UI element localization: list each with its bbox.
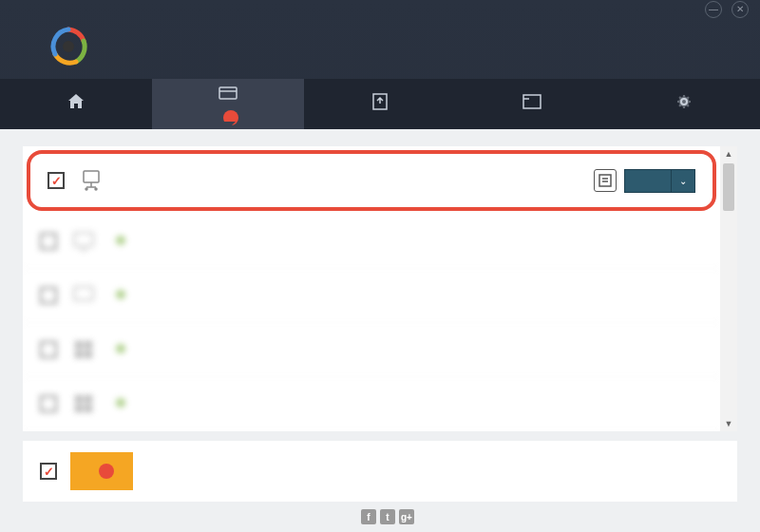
svg-rect-12 bbox=[74, 233, 93, 246]
update-button[interactable] bbox=[624, 169, 672, 193]
facebook-icon[interactable]: f bbox=[361, 509, 376, 524]
nav-updates-label bbox=[218, 110, 238, 125]
app-window: — ✕ bbox=[0, 0, 760, 532]
gear-icon bbox=[674, 91, 694, 112]
googleplus-icon[interactable]: g+ bbox=[399, 509, 414, 524]
header bbox=[0, 18, 760, 79]
content-area: ⌄ bbox=[0, 129, 760, 532]
updates-badge bbox=[223, 110, 238, 125]
svg-rect-15 bbox=[75, 341, 83, 349]
nav-backup[interactable] bbox=[304, 79, 456, 129]
svg-point-7 bbox=[86, 188, 87, 190]
driver-checkbox[interactable] bbox=[40, 341, 57, 358]
svg-rect-4 bbox=[84, 171, 99, 182]
update-button-group: ⌄ bbox=[624, 169, 695, 193]
download-install-button[interactable] bbox=[70, 452, 133, 490]
status-dot-green bbox=[116, 290, 125, 299]
audio-icon bbox=[70, 282, 97, 309]
svg-point-8 bbox=[95, 188, 97, 190]
minimize-button[interactable]: — bbox=[705, 1, 722, 18]
close-button[interactable]: ✕ bbox=[732, 1, 749, 18]
download-badge bbox=[99, 464, 114, 479]
svg-rect-17 bbox=[75, 351, 83, 358]
scrollbar[interactable]: ▲ ▼ bbox=[720, 146, 737, 431]
driver-name bbox=[110, 234, 703, 248]
driver-checkbox[interactable] bbox=[40, 233, 57, 250]
svg-rect-18 bbox=[85, 351, 92, 358]
windows-icon bbox=[70, 336, 97, 363]
driver-row bbox=[23, 269, 720, 323]
driver-checkbox[interactable] bbox=[40, 287, 57, 304]
driver-checkbox[interactable] bbox=[40, 395, 57, 412]
updates-icon bbox=[218, 84, 238, 104]
svg-rect-14 bbox=[74, 287, 93, 300]
footer: f t g+ bbox=[23, 502, 737, 532]
driver-info bbox=[110, 396, 690, 412]
nav-settings[interactable] bbox=[608, 79, 760, 129]
svg-rect-21 bbox=[75, 405, 83, 412]
scroll-up-icon[interactable]: ▲ bbox=[720, 146, 737, 162]
scroll-down-icon[interactable]: ▼ bbox=[720, 416, 737, 431]
monitor-icon bbox=[70, 228, 97, 255]
driver-info bbox=[110, 342, 690, 358]
bottom-bar bbox=[23, 441, 737, 502]
details-button[interactable] bbox=[594, 169, 617, 192]
windows-icon bbox=[70, 390, 97, 417]
svg-rect-20 bbox=[85, 395, 92, 403]
social-links: f t g+ bbox=[361, 509, 414, 524]
nav-restore[interactable] bbox=[456, 79, 608, 129]
home-icon bbox=[66, 91, 86, 112]
driver-list: ⌄ bbox=[23, 146, 720, 431]
restore-icon bbox=[522, 91, 542, 112]
driver-info bbox=[110, 234, 703, 250]
titlebar: — ✕ bbox=[0, 0, 760, 18]
driver-row bbox=[23, 323, 720, 377]
driver-info bbox=[118, 180, 580, 181]
scroll-thumb[interactable] bbox=[723, 163, 734, 211]
driver-row bbox=[23, 215, 720, 269]
status-dot-green bbox=[116, 344, 125, 353]
svg-rect-1 bbox=[219, 87, 237, 99]
driver-info bbox=[110, 288, 703, 304]
svg-rect-22 bbox=[85, 405, 92, 412]
backup-icon bbox=[370, 91, 390, 112]
svg-rect-16 bbox=[85, 341, 92, 349]
nav-home[interactable] bbox=[0, 79, 152, 129]
svg-point-0 bbox=[63, 41, 74, 52]
svg-rect-19 bbox=[75, 395, 83, 403]
navbar bbox=[0, 79, 760, 129]
twitter-icon[interactable]: t bbox=[380, 509, 395, 524]
status-dot-green bbox=[116, 236, 125, 245]
select-all-checkbox[interactable] bbox=[40, 463, 57, 480]
update-controls: ⌄ bbox=[594, 169, 695, 193]
driver-row-highlighted: ⌄ bbox=[27, 150, 716, 211]
app-logo bbox=[48, 26, 89, 67]
network-card-icon bbox=[78, 167, 104, 194]
driver-name bbox=[110, 288, 703, 302]
status-dot-green bbox=[116, 398, 125, 408]
driver-row bbox=[23, 377, 720, 431]
driver-list-panel: ⌄ bbox=[23, 146, 737, 431]
update-dropdown[interactable]: ⌄ bbox=[672, 169, 695, 193]
driver-checkbox[interactable] bbox=[48, 172, 65, 189]
driver-name bbox=[110, 342, 690, 356]
nav-updates[interactable] bbox=[152, 79, 304, 129]
svg-rect-9 bbox=[599, 175, 611, 186]
driver-name bbox=[110, 396, 690, 410]
